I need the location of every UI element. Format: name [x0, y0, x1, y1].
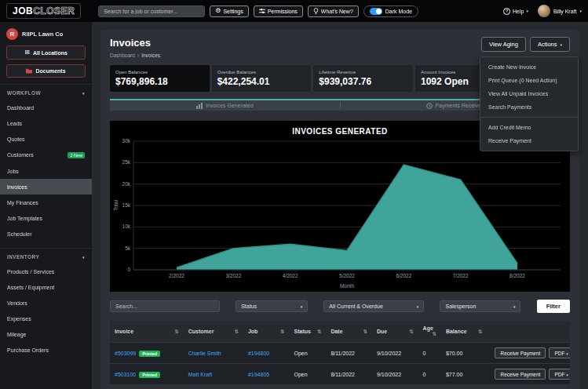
- toggle-switch-icon[interactable]: [370, 8, 382, 15]
- sidebar-item-leads[interactable]: Leads: [0, 115, 92, 131]
- row-actions-cell: Receive PaymentPDF ▾: [487, 343, 570, 364]
- sidebar-item-customers[interactable]: Customers2 New: [0, 147, 92, 163]
- help-menu[interactable]: ? Help ▾: [503, 8, 528, 15]
- sidebar-item-mileage[interactable]: Mileage: [0, 326, 92, 342]
- sort-icon[interactable]: ⇅: [409, 329, 413, 335]
- column-header-job[interactable]: Job⇅: [243, 321, 290, 343]
- column-header-age[interactable]: Age⇅: [418, 321, 441, 343]
- sidebar-section-workflow[interactable]: WORKFLOW▾: [0, 84, 92, 100]
- row-actions-cell: Receive PaymentPDF ▾: [487, 364, 570, 385]
- column-header-due[interactable]: Due⇅: [372, 321, 418, 343]
- job-link[interactable]: #194800: [248, 351, 269, 356]
- company-switcher[interactable]: R RIIPL Lawn Co: [0, 22, 92, 45]
- menu-item-search-payments[interactable]: Search Payments: [480, 100, 578, 114]
- invoice-link[interactable]: #503099: [115, 351, 136, 356]
- column-label: Date: [331, 329, 342, 334]
- sidebar-item-label: Assets / Equipment: [7, 285, 54, 290]
- sort-icon[interactable]: ⇅: [317, 329, 321, 335]
- svg-text:30k: 30k: [122, 138, 131, 144]
- sidebar-section-inventory[interactable]: INVENTORY▾: [0, 248, 92, 264]
- svg-text:8/2022: 8/2022: [509, 273, 525, 278]
- dark-mode-toggle[interactable]: Dark Mode: [363, 5, 418, 17]
- salesperson-select-value: Salesperson: [445, 304, 476, 309]
- receive-payment-button[interactable]: Receive Payment: [495, 347, 546, 358]
- current-overdue-select[interactable]: All Current & Overdue ▾: [323, 300, 424, 312]
- sidebar-item-scheduler[interactable]: Scheduler: [0, 226, 92, 242]
- filter-button[interactable]: Filter: [537, 300, 570, 313]
- sidebar-nav: WORKFLOW▾DashboardLeadsQuotesCustomers2 …: [0, 84, 92, 358]
- sidebar-item-quotes[interactable]: Quotes: [0, 131, 92, 147]
- pdf-button[interactable]: PDF ▾: [549, 369, 570, 380]
- stat-value: $939,037.76: [319, 76, 407, 87]
- menu-item-create-new-invoice[interactable]: Create New Invoice: [480, 60, 578, 74]
- topbar: JOBCLOSER ⚙ Settings Permissions What's …: [0, 0, 588, 22]
- permissions-button[interactable]: Permissions: [254, 5, 303, 17]
- sort-icon[interactable]: ⇅: [280, 329, 284, 335]
- sidebar-item-label: Quotes: [7, 136, 25, 142]
- svg-text:0: 0: [127, 267, 130, 272]
- receive-payment-button[interactable]: Receive Payment: [495, 369, 546, 380]
- stat-card-lifetime-revenue[interactable]: Lifetime Revenue$939,037.76: [313, 65, 413, 92]
- menu-item-print-queue-0-need-action[interactable]: Print Queue (0 Need Action): [480, 74, 578, 87]
- toggle-knob: [376, 9, 382, 14]
- column-header-balance[interactable]: Balance⇅: [441, 321, 488, 343]
- table-row: #503100PrintedMatt Kraft#194805Open8/11/…: [110, 364, 570, 385]
- breadcrumb-separator-icon: ›: [137, 53, 139, 58]
- sidebar-item-jobs[interactable]: Jobs: [0, 163, 92, 179]
- sidebar-item-invoices[interactable]: Invoices: [0, 179, 92, 194]
- column-header-status[interactable]: Status⇅: [290, 321, 327, 343]
- tab-invoices-generated[interactable]: Invoices Generated: [110, 100, 340, 111]
- app-logo: JOBCLOSER: [6, 3, 81, 19]
- sidebar-item-expenses[interactable]: Expenses: [0, 311, 92, 326]
- sidebar-item-purchase-orders[interactable]: Purchase Orders: [0, 342, 92, 358]
- sidebar-item-vendors[interactable]: Vendors: [0, 295, 92, 311]
- settings-button[interactable]: ⚙ Settings: [210, 5, 248, 17]
- user-menu[interactable]: Billy Kraft ▾: [538, 5, 582, 17]
- menu-item-add-credit-memo[interactable]: Add Credit Memo: [480, 121, 578, 134]
- global-search-input[interactable]: [98, 5, 205, 17]
- stat-card-overdue-balances[interactable]: Overdue Balances$422,254.01: [212, 65, 312, 92]
- sidebar-item-assets-equipment[interactable]: Assets / Equipment: [0, 279, 92, 295]
- documents-button[interactable]: Documents: [6, 64, 86, 78]
- new-badge: 2 New: [68, 152, 85, 158]
- salesperson-select[interactable]: Salesperson ▾: [440, 300, 520, 312]
- whats-new-button[interactable]: What's New?: [308, 5, 359, 17]
- chevron-down-icon: ▾: [82, 91, 85, 96]
- stat-card-open-balances[interactable]: Open Balances$769,896.18: [110, 65, 210, 92]
- breadcrumb-dashboard[interactable]: Dashboard: [110, 53, 135, 58]
- sidebar-item-my-finances[interactable]: My Finances: [0, 194, 92, 210]
- all-locations-button[interactable]: ⊞ All Locations: [6, 45, 86, 60]
- sidebar-item-dashboard[interactable]: Dashboard: [0, 100, 92, 115]
- column-header-customer[interactable]: Customer⇅: [184, 321, 243, 343]
- svg-text:3/2022: 3/2022: [225, 273, 241, 278]
- menu-item-view-all-unpaid-invoices[interactable]: View All Unpaid Invoices: [480, 87, 578, 100]
- svg-text:2/2022: 2/2022: [169, 273, 184, 278]
- column-header-invoice[interactable]: Invoice⇅: [110, 321, 184, 343]
- sidebar-item-job-templates[interactable]: Job Templates: [0, 210, 92, 226]
- customer-link[interactable]: Matt Kraft: [188, 372, 212, 377]
- settings-label: Settings: [223, 9, 243, 14]
- column-header-date[interactable]: Date⇅: [326, 321, 372, 343]
- table-search-input[interactable]: [110, 300, 220, 312]
- column-label: Balance: [446, 329, 467, 334]
- company-name: RIIPL Lawn Co: [22, 31, 63, 38]
- pdf-button[interactable]: PDF ▾: [549, 347, 570, 358]
- sort-icon[interactable]: ⇅: [174, 329, 178, 335]
- sort-icon[interactable]: ⇅: [363, 329, 367, 335]
- all-locations-label: All Locations: [33, 50, 68, 56]
- status-select[interactable]: Status ▾: [236, 300, 308, 312]
- sort-icon[interactable]: ⇅: [478, 329, 482, 335]
- actions-button[interactable]: Actions ▾: [530, 37, 570, 52]
- sidebar-item-products-services[interactable]: Products / Services: [0, 264, 92, 279]
- job-link[interactable]: #194805: [248, 372, 269, 377]
- sort-icon[interactable]: ⇅: [432, 331, 436, 337]
- menu-item-receive-payment[interactable]: Receive Payment: [480, 134, 578, 147]
- chevron-down-icon: ▾: [526, 9, 528, 13]
- customer-link[interactable]: Charlie Smith: [188, 351, 221, 356]
- svg-text:4/2022: 4/2022: [283, 273, 298, 278]
- sort-icon[interactable]: ⇅: [234, 329, 238, 335]
- view-aging-button[interactable]: View Aging: [481, 37, 526, 52]
- sidebar-item-label: Vendors: [7, 300, 27, 306]
- grid-icon: ⊞: [24, 49, 30, 56]
- invoice-link[interactable]: #503100: [115, 372, 136, 377]
